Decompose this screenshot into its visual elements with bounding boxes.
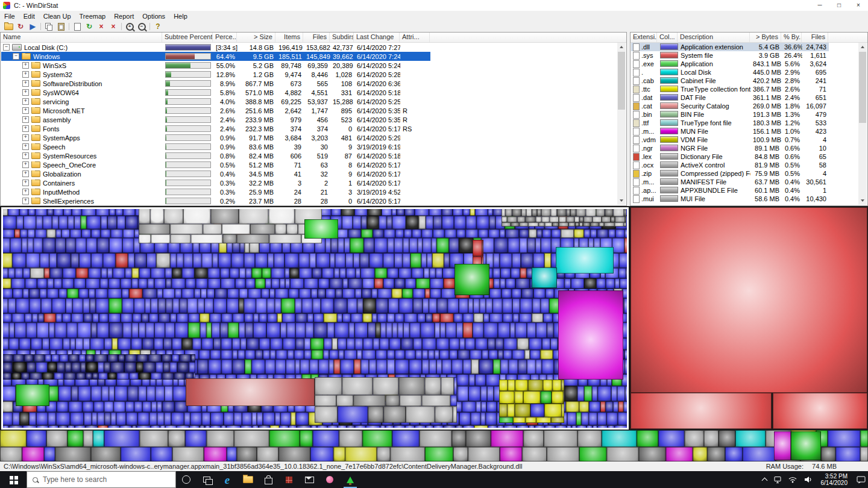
ext-col-files[interactable]: Files: [802, 33, 828, 42]
maximize-button[interactable]: □: [829, 0, 849, 11]
expand-icon[interactable]: +: [22, 143, 29, 150]
tree-row-fonts[interactable]: +Fonts2.4%232.3 MB37437406/14/2020 5:17:…: [1, 124, 430, 133]
tree-row-windows[interactable]: −Windows64.4%9.5 GB185,511145,84939,6626…: [1, 52, 430, 61]
scroll-down-icon[interactable]: [858, 196, 867, 205]
ext-row-bin[interactable]: .binBIN File191.3 MB1.3%479: [631, 110, 829, 119]
taskbar-clock[interactable]: 3:52 PM 6/14/2020: [821, 473, 848, 486]
office-app-icon[interactable]: [278, 471, 299, 488]
scroll-down-icon[interactable]: [617, 196, 626, 205]
tree-row-inputmethod[interactable]: +InputMethod0.3%25.9 MB242133/19/2019 4:…: [1, 187, 430, 196]
collapse-icon[interactable]: −: [13, 53, 19, 60]
tree-col-name[interactable]: Name: [1, 33, 162, 42]
tree-col-attri[interactable]: Attri...: [400, 33, 430, 42]
menu-clean-up[interactable]: Clean Up: [39, 12, 75, 20]
expand-icon[interactable]: +: [22, 198, 29, 204]
expand-icon[interactable]: +: [22, 152, 29, 159]
menu-file[interactable]: File: [0, 12, 19, 20]
copy-button[interactable]: [43, 22, 55, 31]
ext-col-by[interactable]: % By...: [781, 33, 802, 42]
paste-button[interactable]: [55, 22, 67, 31]
ext-row-ocx[interactable]: .ocxActiveX control81.9 MB0.5%58: [631, 161, 829, 169]
action-center-icon[interactable]: [857, 476, 866, 484]
extensions-scrollbar[interactable]: [858, 43, 867, 205]
ext-row-cab[interactable]: .cabCabinet File420.2 MB2.8%241: [631, 77, 829, 85]
expand-icon[interactable]: +: [22, 107, 29, 114]
ext-col-description[interactable]: Description: [678, 33, 750, 42]
expand-icon[interactable]: +: [22, 180, 29, 186]
tree-col-last-change[interactable]: Last Change: [354, 33, 400, 42]
abort-button[interactable]: ×: [95, 22, 107, 31]
ext-row-m[interactable]: .m...MUN File156.1 MB1.0%423: [631, 127, 829, 136]
zoom-in-button[interactable]: +: [124, 22, 136, 31]
tree-row-local-disk-c[interactable]: −Local Disk (C:)[3:34 s]14.8 GB196,41915…: [1, 43, 430, 52]
tree-col-items[interactable]: Items: [275, 33, 303, 42]
scroll-up-icon[interactable]: [858, 43, 867, 51]
tree-scrollbar[interactable]: [617, 43, 626, 205]
tree-col-size[interactable]: > Size: [237, 33, 275, 42]
ext-row-mui[interactable]: .muiMUI File58.6 MB0.4%10,430: [631, 195, 829, 203]
refresh-all-button[interactable]: ↻: [83, 22, 95, 31]
help-button[interactable]: ?: [152, 22, 164, 31]
menu-edit[interactable]: Edit: [19, 12, 39, 20]
expand-icon[interactable]: +: [22, 125, 29, 132]
ext-row-ttc[interactable]: .ttcTrueType collection font file386.7 M…: [631, 85, 829, 93]
ext-row-dat[interactable]: .datDAT File361.1 MB2.4%651: [631, 93, 829, 102]
ext-row-lex[interactable]: .lexDictionary File84.8 MB0.6%65: [631, 152, 829, 161]
expand-icon[interactable]: +: [22, 161, 29, 168]
tree-row-globalization[interactable]: +Globalization0.4%34.5 MB413296/14/2020 …: [1, 169, 430, 178]
treemap[interactable]: [0, 206, 868, 461]
taskbar-search[interactable]: Type here to search: [27, 471, 176, 488]
ext-row-zip[interactable]: .zipCompressed (zipped) Folder75.9 MB0.5…: [631, 169, 829, 178]
ext-row-dll[interactable]: .dllApplication extension5.4 GB36.6%24,7…: [631, 43, 829, 51]
file-explorer-icon[interactable]: [237, 471, 258, 488]
tree-col-subtree-percent[interactable]: Subtree Percent...: [162, 33, 213, 42]
menu-help[interactable]: Help: [169, 12, 192, 20]
expand-icon[interactable]: +: [22, 189, 29, 195]
windirstat-taskbar-icon[interactable]: [340, 471, 360, 488]
tree-row-shellexperiences[interactable]: +ShellExperiences0.2%23.7 MB282806/14/20…: [1, 196, 430, 205]
expand-icon[interactable]: +: [22, 116, 29, 123]
ext-row-cat[interactable]: .catSecurity Catalog269.0 MB1.8%16,097: [631, 102, 829, 110]
collapse-icon[interactable]: −: [3, 44, 10, 51]
menu-report[interactable]: Report: [110, 12, 138, 20]
tree-row-syswow64[interactable]: +SysWOW645.8%571.0 MB4,8824,5513316/14/2…: [1, 88, 430, 97]
ext-row-vdm[interactable]: .vdmVDM File100.9 MB0.7%4: [631, 136, 829, 144]
minimize-button[interactable]: ─: [810, 0, 829, 11]
ext-row-ap[interactable]: .ap...APPXBUNDLE File60.1 MB0.4%1: [631, 186, 829, 195]
cortana-icon[interactable]: [176, 471, 197, 488]
tree-row-speech-onecore[interactable]: +Speech_OneCore0.5%51.2 MB716386/14/2020…: [1, 160, 430, 169]
start-button[interactable]: [0, 471, 27, 488]
expand-icon[interactable]: +: [22, 89, 29, 96]
monitor-icon[interactable]: [773, 476, 782, 484]
ext-row-ttf[interactable]: .ttfTrueType font file180.3 MB1.2%533: [631, 119, 829, 127]
edge-icon[interactable]: e: [217, 471, 237, 488]
refresh-selected-button[interactable]: ↻: [14, 22, 27, 31]
ext-col-bytes[interactable]: > Bytes: [750, 33, 781, 42]
tree-row-system32[interactable]: +System3212.8%1.2 GB9,4748,4461,0286/14/…: [1, 70, 430, 79]
resume-button[interactable]: ▶: [27, 22, 39, 31]
tree-row-winsxs[interactable]: +WinSxS55.0%5.2 GB89,74869,35920,3896/14…: [1, 61, 430, 70]
volume-icon[interactable]: [804, 476, 812, 483]
open-button[interactable]: [2, 22, 14, 31]
menu-treemap[interactable]: Treemap: [75, 12, 110, 20]
ext-row-m[interactable]: .m...MANIFEST File63.7 MB0.4%30,561: [631, 178, 829, 186]
ext-row-item[interactable]: .Local Disk445.0 MB2.9%695: [631, 68, 829, 77]
task-view-icon[interactable]: [197, 471, 217, 488]
tree-scrollbar-thumb[interactable]: [618, 52, 625, 110]
ext-row-exe[interactable]: .exeApplication843.1 MB5.6%3,624: [631, 60, 829, 68]
wifi-icon[interactable]: [788, 476, 797, 483]
delete-button[interactable]: ×: [107, 22, 119, 31]
scroll-up-icon[interactable]: [617, 43, 626, 51]
ext-row-sys[interactable]: .sysSystem file3.9 GB26.4%1,611: [631, 51, 829, 60]
expand-icon[interactable]: +: [22, 80, 29, 87]
tree-row-softwaredistribution[interactable]: +SoftwareDistribution8.9%867.7 MB6735651…: [1, 79, 430, 88]
tree-col-perce[interactable]: Perce...: [213, 33, 237, 42]
expand-icon[interactable]: +: [22, 170, 29, 177]
tree-row-containers[interactable]: +Containers0.3%32.2 MB3216/14/2020 5:17:…: [1, 178, 430, 187]
expand-icon[interactable]: +: [22, 71, 29, 78]
expand-icon[interactable]: +: [22, 98, 29, 105]
tree-row-servicing[interactable]: +servicing4.0%388.8 MB69,22553,93715,288…: [1, 97, 430, 106]
ext-col-col[interactable]: Col...: [657, 33, 678, 42]
ext-col-extensi[interactable]: Extensi...: [631, 33, 657, 42]
menu-options[interactable]: Options: [138, 12, 169, 20]
